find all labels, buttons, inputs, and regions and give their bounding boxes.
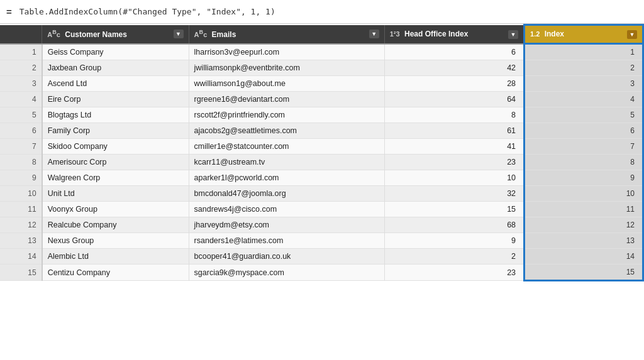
cell-new-index: 4 (525, 92, 643, 107)
cell-hoi: 23 (384, 155, 524, 170)
table-row: 9Walgreen Corpaparker1l@pcworld.com109 (0, 170, 643, 186)
cell-hoi: 42 (384, 60, 524, 76)
cell-hoi: 15 (384, 202, 524, 217)
col-label-emails: Emails (212, 30, 236, 39)
cell-rownum: 4 (0, 92, 42, 107)
cell-email: rscott2f@printfriendly.com (189, 107, 384, 123)
table-row: 5Blogtags Ltdrscott2f@printfriendly.com8… (0, 107, 643, 123)
formula-bar: = Table.AddIndexColumn(#"Changed Type", … (0, 0, 644, 24)
cell-email: lharrison3v@eepurl.com (189, 44, 384, 60)
table-row: 1Geiss Companylharrison3v@eepurl.com61 (0, 44, 643, 60)
col-header-names[interactable]: ABc Customer Names ▼ (42, 25, 189, 44)
cell-new-index: 7 (525, 139, 643, 155)
num-icon-index: 1.2 (530, 30, 540, 38)
cell-email: cmiller1e@statcounter.com (189, 139, 384, 155)
table-header-row: ABc Customer Names ▼ ABc Emails ▼ 1²3 He… (0, 25, 643, 44)
cell-email: rgreene16@deviantart.com (189, 92, 384, 107)
cell-new-index: 14 (525, 249, 643, 265)
cell-email: jwilliamsonpk@eventbrite.com (189, 60, 384, 76)
cell-new-index: 11 (525, 202, 643, 217)
table-row: 6Family Corpajacobs2g@seattletimes.com61… (0, 123, 643, 139)
cell-hoi: 10 (384, 170, 524, 186)
cell-rownum: 6 (0, 123, 42, 139)
cell-rownum: 2 (0, 60, 42, 76)
dropdown-hoi[interactable]: ▼ (508, 30, 518, 39)
table-row: 8Amerisourc Corpkcarr11@ustream.tv238 (0, 155, 643, 170)
table-row: 4Eire Corprgreene16@deviantart.com644 (0, 92, 643, 107)
cell-hoi: 64 (384, 92, 524, 107)
cell-name: Nexus Group (42, 233, 189, 249)
cell-name: Eire Corp (42, 92, 189, 107)
cell-hoi: 2 (384, 249, 524, 265)
cell-name: Skidoo Company (42, 139, 189, 155)
table-row: 15Centizu Companysgarcia9k@myspace.com23… (0, 265, 643, 281)
cell-rownum: 15 (0, 265, 42, 281)
cell-email: bcooper41@guardian.co.uk (189, 249, 384, 265)
cell-name: Family Corp (42, 123, 189, 139)
table-row: 13Nexus Grouprsanders1e@latimes.com913 (0, 233, 643, 249)
cell-email: kcarr11@ustream.tv (189, 155, 384, 170)
table-row: 12Realcube Companyjharveydm@etsy.com6812 (0, 217, 643, 233)
cell-rownum: 13 (0, 233, 42, 249)
table-container: ABc Customer Names ▼ ABc Emails ▼ 1²3 He… (0, 24, 644, 360)
cell-hoi: 68 (384, 217, 524, 233)
cell-new-index: 6 (525, 123, 643, 139)
cell-rownum: 10 (0, 186, 42, 202)
dropdown-emails[interactable]: ▼ (369, 30, 379, 38)
cell-name: Amerisourc Corp (42, 155, 189, 170)
cell-hoi: 28 (384, 76, 524, 92)
cell-rownum: 12 (0, 217, 42, 233)
num-icon-hoi: 1²3 (390, 30, 400, 38)
cell-name: Centizu Company (42, 265, 189, 281)
cell-name: Blogtags Ltd (42, 107, 189, 123)
cell-new-index: 15 (525, 265, 643, 281)
cell-hoi: 41 (384, 139, 524, 155)
cell-hoi: 23 (384, 265, 524, 281)
cell-new-index: 1 (525, 44, 643, 60)
col-header-emails[interactable]: ABc Emails ▼ (189, 25, 384, 44)
cell-rownum: 7 (0, 139, 42, 155)
col-header-new-index[interactable]: 1.2 Index ▼ (525, 25, 643, 44)
dropdown-names[interactable]: ▼ (174, 30, 184, 38)
cell-name: Ascend Ltd (42, 76, 189, 92)
cell-email: sgarcia9k@myspace.com (189, 265, 384, 281)
table-body: 1Geiss Companylharrison3v@eepurl.com612J… (0, 44, 643, 281)
cell-new-index: 10 (525, 186, 643, 202)
cell-email: bmcdonald47@joomla.org (189, 186, 384, 202)
cell-rownum: 8 (0, 155, 42, 170)
cell-email: ajacobs2g@seattletimes.com (189, 123, 384, 139)
table-row: 10Unit Ltdbmcdonald47@joomla.org3210 (0, 186, 643, 202)
cell-hoi: 6 (384, 44, 524, 60)
cell-new-index: 8 (525, 155, 643, 170)
cell-email: rsanders1e@latimes.com (189, 233, 384, 249)
cell-rownum: 1 (0, 44, 42, 60)
dropdown-new-index[interactable]: ▼ (627, 30, 637, 39)
col-label-names: Customer Names (65, 30, 127, 39)
cell-rownum: 14 (0, 249, 42, 265)
cell-email: wwilliamson1g@about.me (189, 76, 384, 92)
cell-new-index: 5 (525, 107, 643, 123)
cell-new-index: 3 (525, 76, 643, 92)
cell-hoi: 8 (384, 107, 524, 123)
table-row: 3Ascend Ltdwwilliamson1g@about.me283 (0, 76, 643, 92)
col-header-rownum (0, 25, 42, 44)
cell-email: sandrews4j@cisco.com (189, 202, 384, 217)
cell-name: Geiss Company (42, 44, 189, 60)
formula-text: Table.AddIndexColumn(#"Changed Type", "I… (19, 7, 275, 16)
cell-name: Alembic Ltd (42, 249, 189, 265)
cell-email: jharveydm@etsy.com (189, 217, 384, 233)
cell-rownum: 3 (0, 76, 42, 92)
cell-new-index: 2 (525, 60, 643, 76)
cell-rownum: 5 (0, 107, 42, 123)
data-table: ABc Customer Names ▼ ABc Emails ▼ 1²3 He… (0, 24, 644, 281)
col-header-hoi[interactable]: 1²3 Head Office Index ▼ (384, 25, 524, 44)
table-row: 2Jaxbean Groupjwilliamsonpk@eventbrite.c… (0, 60, 643, 76)
formula-equals: = (6, 6, 12, 17)
cell-name: Voonyx Group (42, 202, 189, 217)
cell-hoi: 61 (384, 123, 524, 139)
table-row: 14Alembic Ltdbcooper41@guardian.co.uk214 (0, 249, 643, 265)
table-row: 11Voonyx Groupsandrews4j@cisco.com1511 (0, 202, 643, 217)
cell-rownum: 11 (0, 202, 42, 217)
col-label-hoi: Head Office Index (404, 30, 468, 38)
col-label-new-index: Index (545, 30, 564, 38)
